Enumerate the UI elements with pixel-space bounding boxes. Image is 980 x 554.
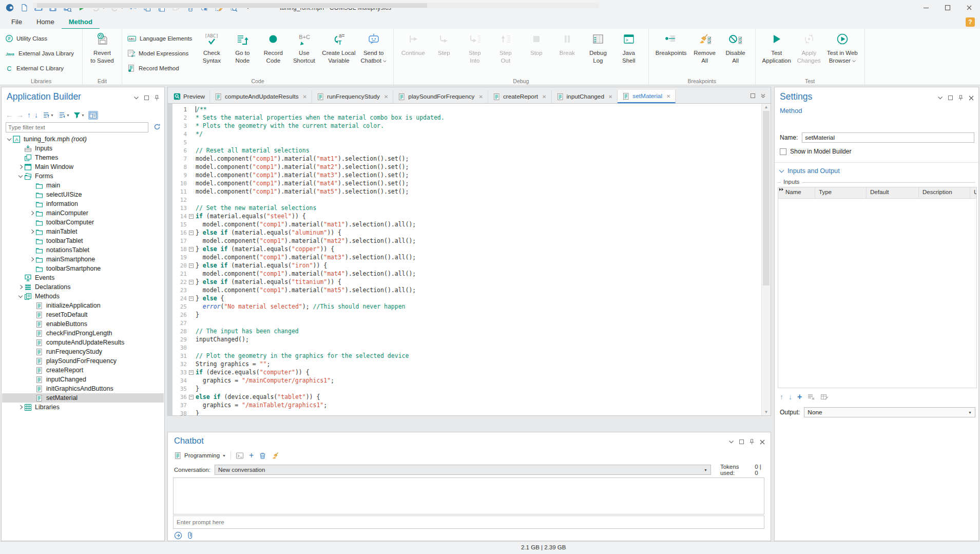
test-in-web-browser-button[interactable]: Test in Web Browser <box>825 31 859 65</box>
editor-tab-Preview[interactable]: Preview <box>169 90 210 103</box>
code-line[interactable]: 20–} else if (material.equals("iron")) { <box>172 261 761 270</box>
delete-row-button[interactable] <box>807 393 815 400</box>
close-tab-icon[interactable]: ✕ <box>542 94 546 100</box>
tree-item-resetToDefault[interactable]: resetToDefault <box>2 310 164 319</box>
fold-column[interactable]: – <box>187 370 196 375</box>
new-conversation-button[interactable]: + <box>249 451 254 460</box>
float-panel-button[interactable] <box>947 94 954 101</box>
tree-item-information[interactable]: information <box>2 199 164 208</box>
tree-item-Themes[interactable]: Themes <box>2 153 164 162</box>
filter-button[interactable]: ▼ <box>73 112 85 119</box>
fold-marker-icon[interactable]: – <box>189 214 194 219</box>
code-line[interactable]: 8model.component("comp1").material("mat2… <box>172 163 761 171</box>
code-line[interactable]: 38} <box>172 409 761 416</box>
expand-slot[interactable] <box>16 285 24 289</box>
clear-conversation-button[interactable] <box>272 452 279 460</box>
column-header-description[interactable]: Description <box>919 187 970 198</box>
editor-tab-setMaterial[interactable]: setMaterial✕ <box>618 90 676 103</box>
menu-tab-file[interactable]: File <box>4 15 29 28</box>
tree-item-setMaterial[interactable]: setMaterial <box>2 393 164 403</box>
close-tab-icon[interactable]: ✕ <box>608 94 612 100</box>
collapse-panel-button[interactable] <box>133 94 140 101</box>
fold-column[interactable]: – <box>187 296 196 301</box>
fold-marker-icon[interactable]: – <box>189 247 194 252</box>
record-code-button[interactable]: Record Code <box>259 31 287 65</box>
debug-log-button[interactable]: Debug Log <box>584 31 612 65</box>
fold-marker-icon[interactable]: – <box>189 395 194 399</box>
close-tab-icon[interactable]: ✕ <box>303 94 307 100</box>
model-expressions-button[interactable]: a=Model Expressions <box>127 47 195 60</box>
inputs-and-output-section-header[interactable]: Inputs and Output <box>780 167 840 175</box>
help-button[interactable]: ? <box>966 17 975 27</box>
tree-item-main[interactable]: main <box>2 181 164 190</box>
tree-item-Main Window[interactable]: Main Window <box>2 162 164 171</box>
fold-marker-icon[interactable]: – <box>189 296 194 301</box>
code-line[interactable]: 24–} else { <box>172 294 761 302</box>
edit-table-button[interactable] <box>820 393 829 400</box>
check-syntax-button[interactable]: [ABC]Check Syntax <box>197 31 226 65</box>
code-line[interactable]: 6// Reset all material selections <box>172 146 761 155</box>
scrollbar-thumb[interactable] <box>37 3 427 8</box>
tree-item-runFrequencyStudy[interactable]: runFrequencyStudy <box>2 347 164 356</box>
java-shell-button[interactable]: >_Java Shell <box>614 31 643 65</box>
test-application-button[interactable]: Test Application <box>761 31 793 65</box>
close-button[interactable] <box>958 0 980 15</box>
tree-item-createReport[interactable]: createReport <box>2 366 164 375</box>
code-line[interactable]: 30 <box>172 343 761 352</box>
float-panel-button[interactable] <box>143 94 150 101</box>
column-header-units[interactable]: Units <box>970 187 977 198</box>
revert-to-saved-button[interactable]: Revert to Saved <box>88 31 117 65</box>
tree-item-selectUISize[interactable]: selectUISize <box>2 190 164 199</box>
expand-slot[interactable] <box>16 295 24 297</box>
show-grid-button[interactable] <box>88 111 98 120</box>
breakpoints-button[interactable]: Breakpoints <box>654 31 688 57</box>
code-line[interactable]: 23 model.component("comp1").material("ma… <box>172 286 761 294</box>
close-panel-button[interactable] <box>759 438 765 445</box>
float-panel-button[interactable] <box>738 438 745 445</box>
attach-button[interactable] <box>187 531 193 540</box>
tree-item-mainComputer[interactable]: mainComputer <box>2 208 164 218</box>
menu-tab-method[interactable]: Method <box>62 15 100 29</box>
code-line[interactable]: 27 <box>172 319 761 327</box>
editor-tab-computeAndUpdateResults[interactable]: computeAndUpdateResults✕ <box>210 90 312 103</box>
code-line[interactable]: 35} <box>172 385 761 393</box>
tree-item-Inputs[interactable]: Inputs <box>2 144 164 153</box>
expand-slot[interactable] <box>28 212 35 215</box>
tree-item-notationsTablet[interactable]: notationsTablet <box>2 245 164 255</box>
code-line[interactable]: 17 model.component("comp1").material("ma… <box>172 237 761 245</box>
new-file-button[interactable] <box>17 2 31 14</box>
code-line[interactable]: 5 <box>172 138 761 146</box>
code-line[interactable]: 3* Plots the geometry with the current m… <box>172 122 761 130</box>
tree-item-enableButtons[interactable]: enableButtons <box>2 319 164 329</box>
tree-item-initializeApplication[interactable]: initializeApplication <box>2 301 164 310</box>
fold-column[interactable]: – <box>187 247 196 252</box>
expand-slot[interactable] <box>16 175 24 177</box>
editor-tab-runFrequencyStudy[interactable]: runFrequencyStudy✕ <box>312 90 393 103</box>
fold-marker-icon[interactable]: – <box>189 370 194 375</box>
fold-marker-icon[interactable]: – <box>189 231 194 235</box>
go-to-node-button[interactable]: Go to Node <box>228 31 257 65</box>
fold-column[interactable]: – <box>187 263 196 268</box>
move-down-button[interactable]: ↓ <box>34 111 38 119</box>
code-line[interactable]: 15 model.component("comp1").material("ma… <box>172 220 761 228</box>
create-local-variable-button[interactable]: a=TCreate Local Variable <box>320 31 357 65</box>
pin-panel-button[interactable] <box>153 94 160 101</box>
expand-slot[interactable] <box>16 406 24 409</box>
tree-item-checkFindProngLength[interactable]: checkFindProngLength <box>2 329 164 338</box>
tree-item-Forms[interactable]: Forms <box>2 171 164 181</box>
delete-conversation-button[interactable] <box>259 452 266 460</box>
code-line[interactable]: 11model.component("comp1").material("mat… <box>172 187 761 196</box>
code-line[interactable]: 28// The input has been changed <box>172 327 761 335</box>
disable-all-button[interactable]: Disable All <box>721 31 750 65</box>
editor-vertical-scrollbar[interactable]: ▲ ▼ <box>761 104 771 415</box>
editor-tab-createReport[interactable]: createReport✕ <box>488 90 552 103</box>
code-line[interactable]: 1/** <box>172 105 761 113</box>
code-line[interactable]: 16–} else if (material.equals("aluminum"… <box>172 228 761 237</box>
scroll-up-icon[interactable]: ▲ <box>762 105 771 109</box>
editor-tab-inputChanged[interactable]: inputChanged✕ <box>552 90 618 103</box>
prompt-input[interactable] <box>174 516 764 528</box>
code-line[interactable]: 31// Plot the geometry in the graphics f… <box>172 352 761 360</box>
tree-item-toolbarComputer[interactable]: toolbarComputer <box>2 218 164 227</box>
move-down-button[interactable]: ↓ <box>789 392 792 402</box>
record-method-button[interactable]: Record Method <box>127 62 195 75</box>
